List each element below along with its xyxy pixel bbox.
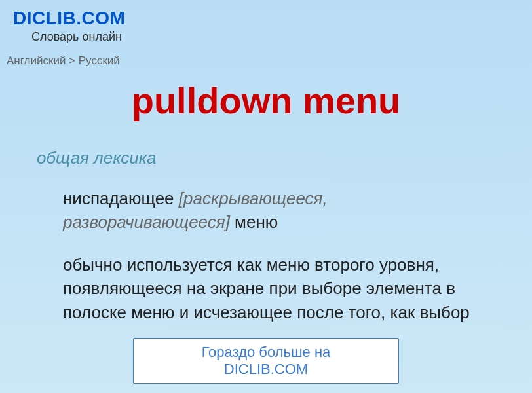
more-button[interactable]: Гораздо больше на DICLIB.COM xyxy=(133,338,399,384)
term-title: pulldown menu xyxy=(0,79,532,122)
definition-text: ниспадающее [раскрывающееся, разворачива… xyxy=(63,187,495,234)
category-label: общая лексика xyxy=(37,148,495,168)
breadcrumb[interactable]: Английский > Русский xyxy=(0,48,532,67)
usage-text: обычно используется как меню второго уро… xyxy=(63,253,495,324)
definition-suffix: меню xyxy=(230,212,278,232)
site-subtitle: Словарь онлайн xyxy=(31,30,519,44)
definition-prefix: ниспадающее xyxy=(63,189,179,208)
site-logo[interactable]: DICLIB.COM xyxy=(13,8,519,29)
